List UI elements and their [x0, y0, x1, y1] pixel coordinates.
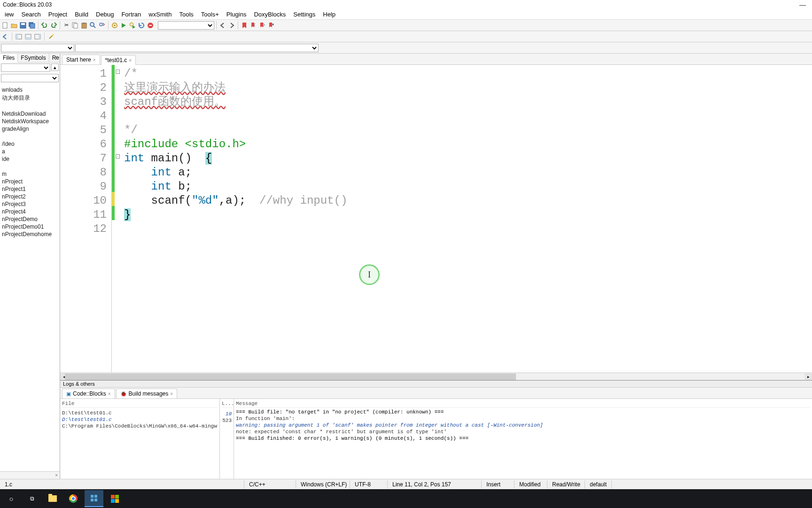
chrome-icon[interactable] [64, 490, 83, 507]
run-icon[interactable] [119, 21, 128, 30]
log-tab-buildmessages[interactable]: 🐞Build messages× [116, 389, 178, 398]
start-button[interactable]: ○ [2, 490, 21, 507]
file-tree-item[interactable]: m [0, 170, 60, 178]
file-tree-item[interactable] [0, 163, 60, 170]
build-target-combo[interactable] [158, 21, 214, 30]
file-tree-item[interactable]: nProject2 [0, 193, 60, 200]
status-enc[interactable]: UTF-8 [350, 480, 388, 489]
file-explorer-icon[interactable] [43, 490, 62, 507]
menu-tools[interactable]: Tools [175, 10, 197, 19]
menu-help[interactable]: Help [319, 10, 339, 19]
panel2-icon[interactable] [24, 32, 32, 41]
undo-icon[interactable] [40, 21, 49, 30]
cut-icon[interactable]: ✂ [62, 21, 70, 30]
menu-settings[interactable]: Settings [289, 10, 319, 19]
file-tree-item[interactable]: ide [0, 155, 60, 163]
log-file-cell[interactable]: D:\test\test01.c [62, 416, 218, 423]
panel1-icon[interactable] [15, 32, 23, 41]
log-msg-cell[interactable]: note: expected 'const char * restrict' b… [236, 429, 810, 435]
jump-fwd-icon[interactable] [227, 21, 236, 30]
nav-prev-icon[interactable] [1, 32, 9, 41]
status-eol[interactable]: Windows (CR+LF) [296, 480, 350, 489]
build-icon[interactable] [110, 21, 119, 30]
menu-tools+[interactable]: Tools+ [197, 10, 223, 19]
open-icon[interactable] [10, 21, 18, 30]
panel3-icon[interactable] [33, 32, 42, 41]
file-tree-item[interactable]: nProject1 [0, 185, 60, 193]
file-tree-item[interactable]: NetdiskWorkspace [0, 118, 60, 125]
copy-icon[interactable] [71, 21, 79, 30]
log-file-cell[interactable]: C:\Program Files\CodeBlocks\MinGW\x86_64… [62, 423, 218, 429]
file-tree-item[interactable]: nProject3 [0, 200, 60, 208]
fold-column[interactable]: −− [115, 65, 121, 373]
scroll-right-icon[interactable]: ▸ [804, 373, 812, 380]
build-messages-grid[interactable]: FileD:\test\test01.cD:\test\test01.cC:\P… [60, 399, 812, 479]
menu-fortran[interactable]: Fortran [117, 10, 145, 19]
task-view-icon[interactable]: ⧉ [23, 490, 41, 507]
editor-tab[interactable]: Start here× [62, 55, 100, 64]
ms-store-icon[interactable] [105, 490, 124, 507]
menu-project[interactable]: Project [45, 10, 71, 19]
save-icon[interactable] [19, 21, 27, 30]
file-tree-item[interactable]: a [0, 148, 60, 155]
close-icon[interactable]: × [55, 473, 58, 478]
symbol-combo[interactable] [75, 44, 319, 52]
log-msg-cell[interactable]: In function 'main': [236, 415, 810, 422]
scrollbar-thumb[interactable] [65, 373, 516, 380]
code-content[interactable]: /*这里演示输入的办法scanf函数的使用。*/#include <stdio.… [121, 65, 812, 373]
file-tree-item[interactable]: gradeAlign [0, 125, 60, 133]
file-tree-item[interactable] [0, 133, 60, 140]
log-line-cell[interactable]: 523 [222, 417, 232, 424]
status-insert[interactable]: Insert [482, 480, 515, 489]
file-tree-item[interactable]: NetdiskDownload [0, 110, 60, 118]
log-file-cell[interactable] [62, 429, 218, 430]
replace-icon[interactable] [98, 21, 106, 30]
file-tree-item[interactable]: nProjectDemohome [0, 230, 60, 238]
log-msg-cell[interactable]: warning: passing argument 1 of 'scanf' m… [236, 422, 810, 429]
redo-icon[interactable] [49, 21, 58, 30]
log-tab-codeblocks[interactable]: ▣Code::Blocks× [62, 389, 115, 398]
sidebar-tab-files[interactable]: Files [0, 54, 18, 63]
file-tree-item[interactable]: nProjectDemo01 [0, 223, 60, 230]
file-tree-item[interactable]: 动大师目录 [0, 94, 60, 103]
jump-back-icon[interactable] [219, 21, 227, 30]
file-tree-item[interactable]: nProject [0, 178, 60, 185]
sidebar-tab-fsymbols[interactable]: FSymbols [18, 54, 49, 62]
log-msg-cell[interactable]: === Build file: "no target" in "no proje… [236, 409, 810, 415]
menu-doxyblocks[interactable]: DoxyBlocks [250, 10, 289, 19]
log-line-cell[interactable] [222, 424, 232, 425]
sidebar-up-icon[interactable]: ▴ [51, 64, 59, 71]
code-editor[interactable]: 123456789101112 −− /*这里演示输入的办法scanf函数的使用… [60, 65, 812, 373]
editor-tab[interactable]: *test01.c× [101, 55, 136, 65]
rebuild-icon[interactable] [137, 21, 146, 30]
status-lang[interactable]: C/C++ [244, 480, 296, 489]
bookmark-prev-icon[interactable] [249, 21, 258, 30]
file-tree-item[interactable] [0, 103, 60, 110]
menu-search[interactable]: Search [18, 10, 45, 19]
paste-icon[interactable] [80, 21, 88, 30]
close-icon[interactable]: × [55, 55, 58, 60]
menu-iew[interactable]: iew [1, 10, 18, 19]
close-icon[interactable]: × [129, 58, 132, 63]
find-icon[interactable] [89, 21, 97, 30]
menu-build[interactable]: Build [71, 10, 92, 19]
menu-wxsmith[interactable]: wxSmith [145, 10, 175, 19]
menu-plugins[interactable]: Plugins [223, 10, 250, 19]
bookmark-icon[interactable] [240, 21, 249, 30]
minimize-button[interactable]: — [797, 1, 808, 8]
log-line-cell[interactable]: 10 [222, 411, 232, 417]
bookmark-next-icon[interactable] [258, 21, 266, 30]
file-tree-item[interactable]: /Ideo [0, 140, 60, 148]
stop-icon[interactable] [146, 21, 155, 30]
editor-hscrollbar[interactable]: ◂ ▸ [60, 373, 812, 380]
bookmark-clear-icon[interactable] [267, 21, 275, 30]
scope-combo[interactable] [1, 44, 74, 52]
file-tree-item[interactable]: nProject4 [0, 208, 60, 215]
file-tree-item[interactable]: wnloads [0, 86, 60, 94]
close-icon[interactable]: × [108, 391, 111, 397]
buildrun-icon[interactable] [128, 21, 137, 30]
file-tree[interactable]: wnloads动大师目录 NetdiskDownloadNetdiskWorks… [0, 83, 60, 471]
file-tree-item[interactable]: nProjectDemo [0, 215, 60, 223]
wand-icon[interactable] [47, 32, 55, 41]
menu-debug[interactable]: Debug [92, 10, 117, 19]
